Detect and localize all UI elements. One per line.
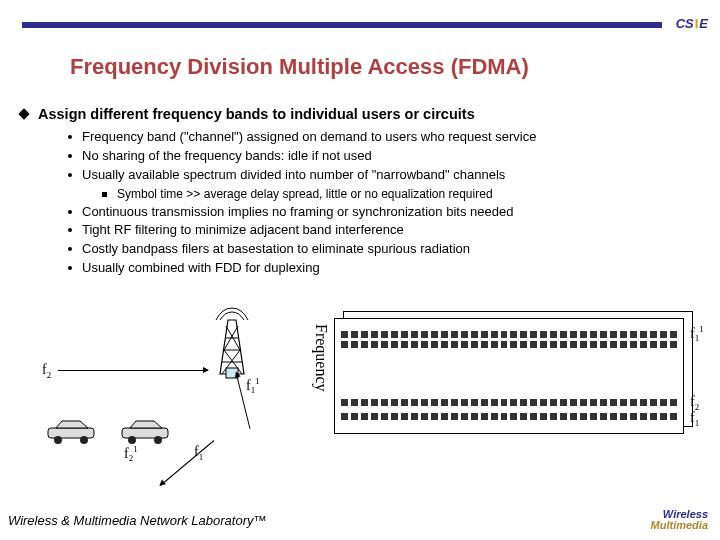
bullet: Costly bandpass filers at basestation to…: [68, 240, 700, 259]
sub-bullet: Symbol time >> average delay spread, lit…: [102, 185, 700, 203]
svg-point-14: [154, 436, 162, 444]
logo-c: C: [676, 16, 685, 31]
arrow-icon: [58, 370, 208, 371]
arrow-icon: [160, 440, 214, 486]
bullet-text: Usually combined with FDD for duplexing: [82, 260, 320, 275]
svg-point-13: [128, 436, 136, 444]
slide-title: Frequency Division Multiple Access (FDMA…: [70, 54, 529, 80]
label-f1: f1: [194, 444, 203, 462]
fdma-diagram: f2 f21 f1 f11 Frequency f11 f2 f1: [34, 318, 694, 478]
band-row: [341, 399, 677, 413]
bullet: Frequency band ("channel") assigned on d…: [68, 128, 700, 147]
logo-e: E: [699, 16, 708, 31]
bullet-text: Costly bandpass filers at basestation to…: [82, 241, 470, 256]
bullet-text: Usually available spectrum divided into …: [82, 167, 505, 182]
top-accent-bar: [22, 22, 662, 28]
dot-icon: [68, 228, 72, 232]
bullet-text: No sharing of the frequency bands: idle …: [82, 148, 372, 163]
logo-top: CSIE: [676, 16, 708, 31]
label-f21: f21: [124, 444, 138, 463]
heading-text: Assign different frequency bands to indi…: [38, 106, 475, 122]
car-icon: [44, 418, 100, 446]
dot-icon: [68, 135, 72, 139]
bullet-text: Frequency band ("channel") assigned on d…: [82, 129, 536, 144]
car-icon: [118, 418, 174, 446]
sub-bullet-text: Symbol time >> average delay spread, lit…: [117, 187, 493, 201]
bullet: Continuous transmission implies no frami…: [68, 203, 700, 222]
svg-rect-9: [48, 428, 94, 438]
heading: Assign different frequency bands to indi…: [20, 106, 700, 122]
content: Assign different frequency bands to indi…: [20, 106, 700, 278]
label-right-f11: f11: [690, 324, 704, 343]
bullet: No sharing of the frequency bands: idle …: [68, 147, 700, 166]
svg-rect-12: [122, 428, 168, 438]
logo-s: S: [685, 16, 694, 31]
frequency-bands: [334, 318, 684, 434]
bullet: Usually available spectrum divided into …: [68, 166, 700, 185]
bullet: Usually combined with FDD for duplexing: [68, 259, 700, 278]
dot-icon: [68, 210, 72, 214]
band-row: [341, 413, 677, 427]
bullet-text: Continuous transmission implies no frami…: [82, 204, 513, 219]
bullet: Tight RF filtering to minimize adjacent …: [68, 221, 700, 240]
dot-icon: [68, 154, 72, 158]
svg-point-11: [80, 436, 88, 444]
label-right-f1: f1: [690, 410, 699, 428]
band-row: [341, 341, 677, 355]
svg-marker-0: [220, 320, 244, 374]
logo-bottom: Wireless Multimedia: [651, 509, 708, 532]
dot-icon: [68, 247, 72, 251]
bullet-text: Tight RF filtering to minimize adjacent …: [82, 222, 404, 237]
logo-bot-l2: Multimedia: [651, 520, 708, 532]
footer-text: Wireless & Multimedia Network Laboratory…: [8, 513, 267, 528]
frequency-axis-label: Frequency: [312, 324, 330, 392]
svg-point-10: [54, 436, 62, 444]
label-f2: f2: [42, 362, 51, 380]
dot-icon: [68, 173, 72, 177]
tower-icon: [214, 312, 250, 382]
dot-icon: [68, 266, 72, 270]
label-f11: f11: [246, 376, 260, 395]
square-icon: [102, 192, 107, 197]
diamond-bullet-icon: [18, 108, 29, 119]
